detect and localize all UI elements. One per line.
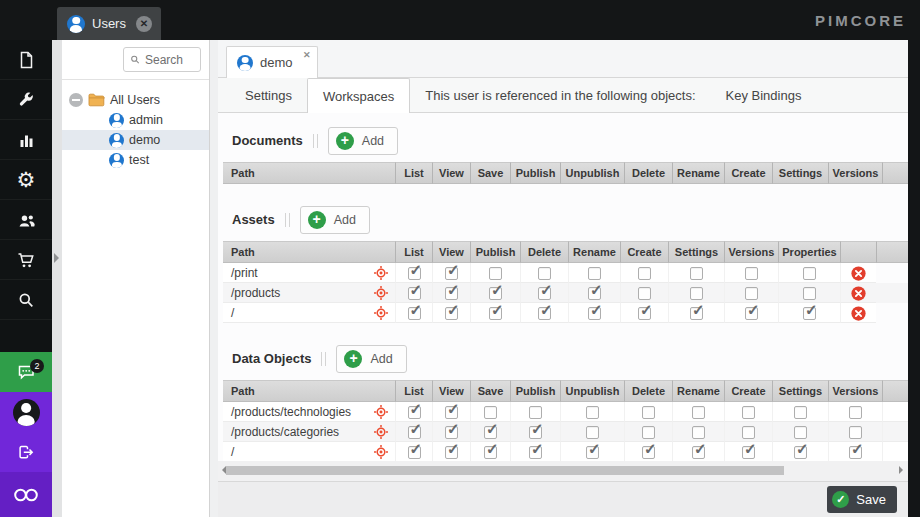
- column-header-delete[interactable]: Delete: [624, 380, 672, 402]
- permission-checkbox[interactable]: [408, 426, 421, 439]
- sidebar-item-users[interactable]: [0, 200, 52, 240]
- close-icon[interactable]: ✕: [136, 16, 152, 32]
- permission-checkbox[interactable]: [538, 267, 551, 280]
- permission-checkbox[interactable]: [742, 406, 755, 419]
- column-header-delete[interactable]: Delete: [624, 162, 672, 184]
- permission-checkbox[interactable]: [586, 446, 599, 459]
- column-header-save[interactable]: Save: [470, 380, 510, 402]
- users-window-tab[interactable]: Users ✕: [57, 7, 161, 40]
- tree-node-admin[interactable]: admin: [62, 110, 209, 130]
- column-header-path[interactable]: Path: [223, 162, 395, 184]
- permission-checkbox[interactable]: [529, 406, 542, 419]
- sidebar-item-pimcore[interactable]: [0, 472, 52, 517]
- permission-checkbox[interactable]: [484, 406, 497, 419]
- column-header-unpublish[interactable]: Unpublish: [560, 162, 624, 184]
- permission-checkbox[interactable]: [538, 307, 551, 320]
- column-header-list[interactable]: List: [395, 380, 432, 402]
- column-header-versions[interactable]: Versions: [828, 162, 882, 184]
- remove-row-icon[interactable]: [851, 306, 866, 321]
- collapse-icon[interactable]: [69, 93, 83, 107]
- permission-checkbox[interactable]: [586, 406, 599, 419]
- column-header-list[interactable]: List: [395, 241, 432, 263]
- add-assets-workspace-button[interactable]: + Add: [300, 206, 370, 234]
- tree-node-all-users[interactable]: All Users: [62, 90, 209, 110]
- permission-checkbox[interactable]: [692, 406, 705, 419]
- permission-checkbox[interactable]: [849, 446, 862, 459]
- scroll-right-arrow[interactable]: [899, 466, 907, 474]
- permission-checkbox[interactable]: [849, 406, 862, 419]
- column-header-publish[interactable]: Publish: [510, 162, 560, 184]
- locate-icon[interactable]: [374, 425, 388, 439]
- column-header-versions[interactable]: Versions: [828, 380, 882, 402]
- column-header-rename[interactable]: Rename: [568, 241, 620, 263]
- permission-checkbox[interactable]: [794, 426, 807, 439]
- remove-row-icon[interactable]: [851, 266, 866, 281]
- sidebar-item-account[interactable]: [0, 392, 52, 432]
- tree-splitter[interactable]: [210, 40, 218, 517]
- permission-checkbox[interactable]: [745, 307, 758, 320]
- permission-checkbox[interactable]: [588, 287, 601, 300]
- permission-checkbox[interactable]: [408, 287, 421, 300]
- permission-checkbox[interactable]: [642, 446, 655, 459]
- column-header-unpublish[interactable]: Unpublish: [560, 380, 624, 402]
- sidebar-splitter[interactable]: [52, 40, 62, 517]
- locate-icon[interactable]: [374, 306, 388, 320]
- permission-checkbox[interactable]: [489, 287, 502, 300]
- remove-row-cell[interactable]: [840, 263, 876, 283]
- column-header-delete[interactable]: Delete: [520, 241, 568, 263]
- locate-icon[interactable]: [374, 405, 388, 419]
- permission-checkbox[interactable]: [408, 446, 421, 459]
- permission-checkbox[interactable]: [484, 446, 497, 459]
- permission-checkbox[interactable]: [742, 446, 755, 459]
- save-button[interactable]: ✓ Save: [827, 486, 897, 513]
- column-header-settings[interactable]: Settings: [668, 241, 724, 263]
- permission-checkbox[interactable]: [803, 307, 816, 320]
- column-header-create[interactable]: Create: [724, 380, 772, 402]
- column-header-view[interactable]: View: [432, 380, 470, 402]
- sidebar-item-settings[interactable]: ⚙: [0, 160, 52, 200]
- sidebar-item-logout[interactable]: [0, 432, 52, 472]
- column-header-create[interactable]: Create: [724, 162, 772, 184]
- tab-this-user-is-referenced-in-the-following-objects[interactable]: This user is referenced in the following…: [410, 78, 710, 112]
- permission-checkbox[interactable]: [692, 426, 705, 439]
- sidebar-item-notifications[interactable]: 2: [0, 352, 52, 392]
- sidebar-item-search[interactable]: [0, 280, 52, 320]
- column-header-view[interactable]: View: [432, 162, 470, 184]
- column-header-view[interactable]: View: [432, 241, 470, 263]
- permission-checkbox[interactable]: [638, 267, 651, 280]
- permission-checkbox[interactable]: [489, 267, 502, 280]
- column-header-rename[interactable]: Rename: [672, 380, 724, 402]
- close-icon[interactable]: ✕: [303, 50, 311, 60]
- permission-checkbox[interactable]: [794, 406, 807, 419]
- remove-row-icon[interactable]: [851, 286, 866, 301]
- permission-checkbox[interactable]: [445, 426, 458, 439]
- permission-checkbox[interactable]: [692, 446, 705, 459]
- permission-checkbox[interactable]: [803, 287, 816, 300]
- column-header-settings[interactable]: Settings: [772, 380, 828, 402]
- permission-checkbox[interactable]: [489, 307, 502, 320]
- permission-checkbox[interactable]: [445, 287, 458, 300]
- permission-checkbox[interactable]: [586, 426, 599, 439]
- column-header-path[interactable]: Path: [223, 241, 395, 263]
- permission-checkbox[interactable]: [638, 287, 651, 300]
- tab-settings[interactable]: Settings: [230, 78, 307, 112]
- permission-checkbox[interactable]: [642, 406, 655, 419]
- permission-checkbox[interactable]: [445, 406, 458, 419]
- add-objects-workspace-button[interactable]: + Add: [336, 345, 406, 373]
- permission-checkbox[interactable]: [638, 307, 651, 320]
- scrollbar-thumb[interactable]: [226, 466, 784, 475]
- permission-checkbox[interactable]: [445, 307, 458, 320]
- scroll-left-arrow[interactable]: [218, 466, 226, 474]
- permission-checkbox[interactable]: [742, 426, 755, 439]
- permission-checkbox[interactable]: [484, 426, 497, 439]
- remove-row-cell[interactable]: [840, 303, 876, 323]
- permission-checkbox[interactable]: [408, 307, 421, 320]
- column-header-publish[interactable]: Publish: [510, 380, 560, 402]
- permission-checkbox[interactable]: [794, 446, 807, 459]
- remove-row-cell[interactable]: [840, 283, 876, 303]
- column-header-versions[interactable]: Versions: [724, 241, 778, 263]
- permission-checkbox[interactable]: [529, 446, 542, 459]
- add-documents-workspace-button[interactable]: + Add: [328, 127, 398, 155]
- demo-object-tab[interactable]: demo ✕: [226, 46, 318, 78]
- locate-icon[interactable]: [374, 445, 388, 459]
